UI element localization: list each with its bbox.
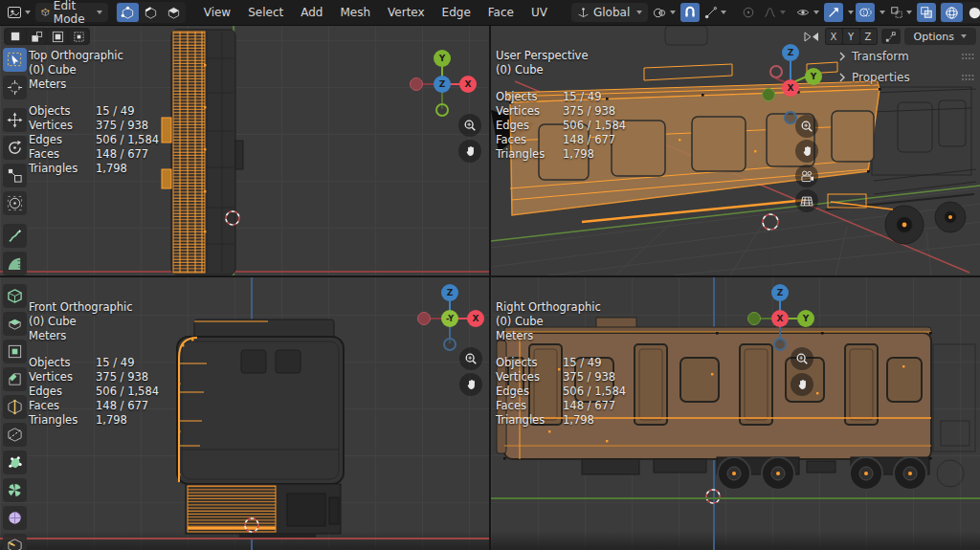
gizmo-axis-x-negative[interactable]	[417, 312, 431, 325]
mesh-edit-options-dropdown[interactable]	[887, 3, 915, 22]
tool-smooth[interactable]	[3, 506, 27, 530]
side-equipment[interactable]	[162, 169, 171, 188]
menu-edge[interactable]: Edge	[434, 3, 479, 22]
mirror-x-button[interactable]: X	[826, 29, 842, 44]
menu-add[interactable]: Add	[292, 3, 331, 22]
menu-select[interactable]: Select	[239, 3, 292, 22]
gizmo-axis-z-negative[interactable]	[443, 338, 457, 351]
zoom-button-bottom-right[interactable]	[791, 347, 813, 370]
tool-measure[interactable]	[3, 252, 27, 275]
gizmo-axis-x-negative[interactable]	[769, 65, 783, 78]
tool-select-box[interactable]	[3, 48, 27, 72]
tool-spin[interactable]	[3, 478, 27, 502]
tool-cursor[interactable]	[3, 76, 27, 99]
proportional-falloff-dropdown[interactable]	[760, 3, 789, 22]
viewport-right-orthographic[interactable]: Right Orthographic (0) Cube Meters Objec…	[491, 277, 980, 550]
visibility-dropdown[interactable]	[792, 3, 822, 22]
gizmo-axis-y-negative-front[interactable]: -Y	[441, 310, 458, 327]
menu-face[interactable]: Face	[479, 3, 523, 22]
editor-type-button[interactable]	[4, 3, 33, 22]
gizmo-axis-z[interactable]: Z	[441, 284, 458, 301]
sidebar-tab-transform[interactable]: Transform	[838, 46, 974, 67]
sidebar-tab-properties[interactable]: Properties	[838, 67, 974, 88]
select-mode-intersect-button[interactable]	[69, 29, 88, 44]
edge-select-button[interactable]	[140, 3, 162, 22]
nav-gizmo-top-view[interactable]: Y X Z	[406, 48, 479, 121]
drag-grip-icon[interactable]	[961, 74, 974, 81]
gizmo-axis-z[interactable]: Z	[771, 284, 789, 301]
drag-grip-icon[interactable]	[961, 53, 974, 60]
tool-rotate[interactable]	[3, 136, 27, 160]
zoom-button-bottom-left[interactable]	[459, 347, 482, 370]
zoom-button-top-left[interactable]	[458, 114, 481, 137]
camera-view-button[interactable]	[795, 165, 818, 187]
mirror-y-button[interactable]: Y	[843, 29, 859, 44]
snap-target-dropdown[interactable]	[702, 3, 729, 22]
tool-loop-cut[interactable]	[3, 395, 27, 419]
gizmo-axis-z[interactable]: Z	[782, 44, 799, 61]
snap-toggle-button[interactable]	[680, 3, 700, 22]
orientation-dropdown[interactable]: Global	[571, 3, 648, 22]
tool-edge-slide[interactable]	[3, 534, 27, 550]
pan-button-bottom-right[interactable]	[791, 373, 813, 396]
proportional-editing-button[interactable]	[739, 3, 758, 22]
selected-wireframe-region[interactable]	[173, 32, 205, 273]
tool-scale[interactable]	[3, 164, 27, 187]
menu-vertex[interactable]: Vertex	[379, 3, 434, 22]
bogie-right[interactable]	[850, 457, 929, 490]
menu-mesh[interactable]: Mesh	[331, 3, 379, 22]
second-car-wireframe[interactable]	[872, 87, 976, 194]
gizmo-axis-x-negative[interactable]	[410, 77, 423, 91]
mode-dropdown[interactable]: Edit Mode	[35, 3, 108, 22]
perspective-toggle-button[interactable]	[795, 189, 818, 212]
tool-move[interactable]	[3, 108, 27, 132]
tool-annotate[interactable]	[3, 224, 27, 248]
xray-toggle[interactable]	[917, 3, 936, 22]
bogie-wireframe[interactable]	[826, 194, 974, 244]
viewport-vertical-divider[interactable]	[489, 26, 491, 550]
pan-button-top-left[interactable]	[458, 140, 481, 163]
tool-knife[interactable]	[3, 423, 27, 447]
tool-bevel[interactable]	[3, 367, 27, 391]
face-select-button[interactable]	[163, 3, 185, 22]
options-button[interactable]: Options	[904, 28, 976, 45]
gizmo-axis-y[interactable]: Y	[797, 310, 814, 327]
nav-gizmo-front-view[interactable]: Z X -Y	[413, 282, 486, 355]
mirror-button[interactable]	[802, 29, 821, 44]
gizmo-axis-z[interactable]: Z	[434, 76, 451, 93]
gizmo-axis-x[interactable]: X	[771, 310, 789, 327]
side-equipment[interactable]	[235, 141, 243, 169]
train-front-view[interactable]	[177, 319, 344, 539]
shading-wireframe-button[interactable]	[941, 3, 963, 22]
viewport-horizontal-divider[interactable]	[0, 275, 980, 277]
chevron-down-icon[interactable]	[880, 11, 885, 14]
front-window[interactable]	[241, 350, 266, 373]
gizmo-axis-x[interactable]: X	[782, 79, 799, 97]
gizmo-axis-y[interactable]: Y	[434, 50, 451, 67]
side-equipment[interactable]	[162, 118, 171, 143]
gizmo-axis-x[interactable]: X	[459, 76, 477, 93]
pan-button-perspective[interactable]	[795, 140, 818, 163]
select-mode-new-button[interactable]	[6, 29, 25, 44]
gizmo-axis-y-negative[interactable]	[435, 103, 449, 117]
bogie-left[interactable]	[717, 457, 799, 490]
train-top-view[interactable]	[162, 30, 243, 275]
select-mode-subtract-button[interactable]	[48, 29, 67, 44]
nav-gizmo-perspective[interactable]: Z X Y	[754, 52, 827, 124]
gizmo-axis-y-negative[interactable]	[747, 312, 761, 325]
vertex-select-button[interactable]	[117, 3, 139, 22]
gizmos-dropdown[interactable]	[824, 3, 843, 22]
gizmo-axis-x[interactable]: X	[467, 310, 484, 327]
gizmo-axis-y-negative[interactable]	[762, 88, 775, 101]
absolute-grid-snap-button[interactable]	[881, 29, 901, 44]
tool-poly-build[interactable]	[3, 451, 27, 474]
pan-button-bottom-left[interactable]	[459, 373, 482, 396]
menu-uv[interactable]: UV	[523, 3, 556, 22]
tool-inset-faces[interactable]	[3, 340, 27, 363]
mirror-z-button[interactable]: Z	[860, 29, 877, 44]
menu-view[interactable]: View	[195, 3, 239, 22]
pivot-point-dropdown[interactable]	[650, 3, 679, 22]
chevron-down-icon[interactable]	[848, 11, 854, 14]
gizmo-axis-y[interactable]: Y	[805, 68, 822, 85]
selected-undercarriage[interactable]	[188, 486, 276, 532]
